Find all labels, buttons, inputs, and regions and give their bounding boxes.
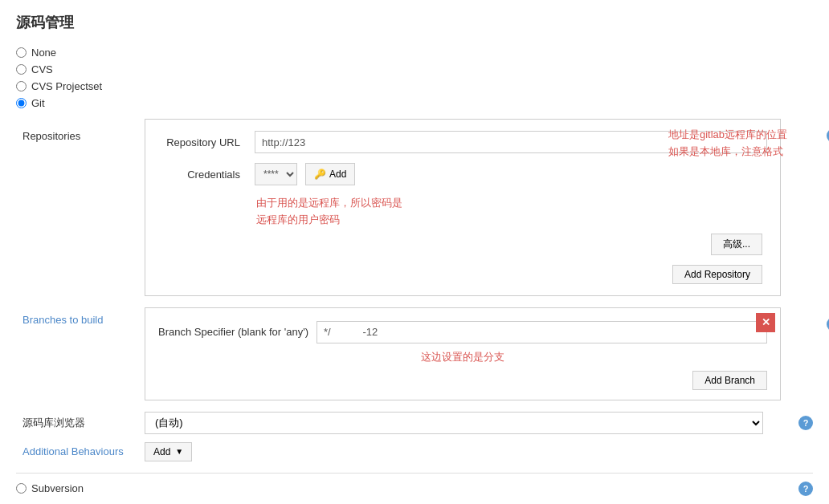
browser-label: 源码库浏览器 xyxy=(16,416,145,430)
radio-none-label: None xyxy=(31,47,56,59)
branch-annotation: 这边设置的是分支 xyxy=(158,350,767,364)
radio-cvs-projectset-label: CVS Projectset xyxy=(31,80,102,92)
annotation-left: 由于用的是远程库，所以密码是远程库的用户密码 xyxy=(256,195,767,229)
branch-specifier-input[interactable] xyxy=(316,321,767,343)
credentials-row: Credentials **** 🔑 Add xyxy=(158,163,767,185)
page-wrapper: 源码管理 None CVS CVS Projectset Git Reposit… xyxy=(0,0,829,504)
browser-help-icon[interactable]: ? xyxy=(798,416,813,430)
additional-behaviours-label: Additional Behaviours xyxy=(16,445,145,457)
add-repository-button[interactable]: Add Repository xyxy=(672,265,762,284)
credentials-select[interactable]: **** xyxy=(255,163,297,185)
repositories-label: Repositories xyxy=(16,119,145,142)
browser-select-wrap: (自动) xyxy=(145,412,763,434)
radio-git[interactable]: Git xyxy=(16,97,813,109)
subversion-label: Subversion xyxy=(31,482,84,494)
radio-none[interactable]: None xyxy=(16,47,813,59)
dropdown-arrow-icon: ▼ xyxy=(175,447,183,456)
repo-url-label: Repository URL xyxy=(158,136,247,148)
additional-add-button[interactable]: Add ▼ xyxy=(145,442,192,461)
branches-label: Branches to build xyxy=(16,307,145,326)
page-title: 源码管理 xyxy=(16,13,813,32)
annotation-right: 地址是gitlab远程库的位置如果是本地库，注意格式 xyxy=(668,128,787,157)
radio-cvs[interactable]: CVS xyxy=(16,63,813,75)
divider xyxy=(16,473,813,474)
radio-subversion[interactable] xyxy=(16,483,27,494)
advanced-button[interactable]: 高级... xyxy=(711,234,762,255)
subversion-help-icon[interactable]: ? xyxy=(798,482,813,496)
credentials-add-button[interactable]: 🔑 Add xyxy=(305,163,355,185)
remove-branch-button[interactable]: ✕ xyxy=(756,313,775,332)
x-icon: ✕ xyxy=(762,316,770,328)
key-icon: 🔑 xyxy=(314,169,326,180)
branch-specifier-label: Branch Specifier (blank for 'any') xyxy=(158,326,308,338)
radio-git-label: Git xyxy=(31,97,45,109)
radio-cvs-projectset[interactable]: CVS Projectset xyxy=(16,80,813,92)
add-branch-button[interactable]: Add Branch xyxy=(692,371,767,390)
branch-specifier-row: Branch Specifier (blank for 'any') xyxy=(158,321,767,343)
browser-select[interactable]: (自动) xyxy=(145,412,763,434)
radio-cvs-label: CVS xyxy=(31,63,53,75)
credentials-label: Credentials xyxy=(158,169,247,181)
